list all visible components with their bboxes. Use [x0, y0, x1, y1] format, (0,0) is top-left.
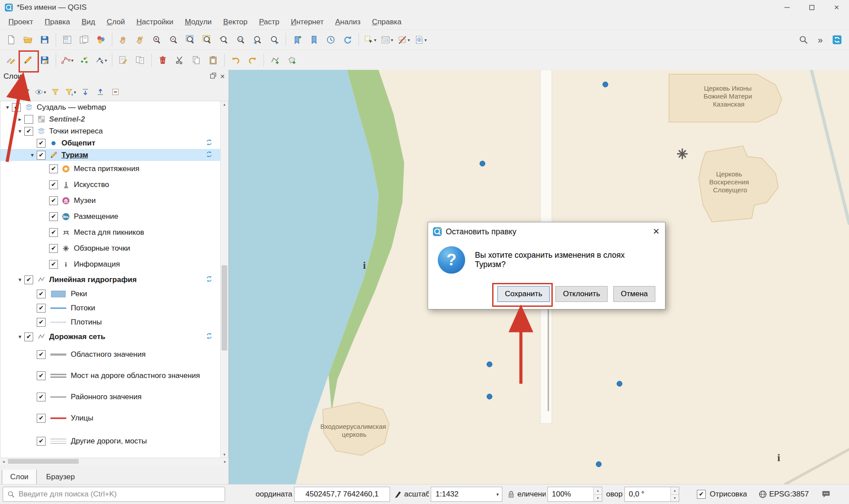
crs-label[interactable]: EPSG:3857: [769, 490, 809, 499]
remove-layer-button[interactable]: [108, 84, 122, 99]
layer-checkbox[interactable]: ✔: [37, 414, 46, 423]
layer-row[interactable]: ✔Обзорные точки: [0, 241, 228, 256]
manage-map-themes-button[interactable]: ▾: [33, 84, 47, 99]
zoom-in-button[interactable]: [149, 31, 165, 48]
scrollbar-thumb[interactable]: [222, 265, 227, 351]
menu-item-7[interactable]: Растр: [253, 16, 285, 28]
layer-checkbox[interactable]: ✔: [12, 103, 21, 112]
spin-up-icon[interactable]: ▴: [671, 487, 679, 494]
pen-icon[interactable]: [394, 490, 402, 499]
expander-icon[interactable]: ▾: [15, 333, 24, 340]
search-button[interactable]: [795, 31, 811, 48]
layer-checkbox[interactable]: ✔: [37, 437, 46, 446]
delete-selected-button[interactable]: [155, 52, 171, 69]
new-print-layout-button[interactable]: [59, 31, 75, 48]
modify-attributes-button[interactable]: [115, 52, 131, 69]
scroll-right-icon[interactable]: ▸: [222, 458, 229, 465]
layer-checkbox[interactable]: ✔: [49, 244, 58, 253]
cancel-button[interactable]: Отмена: [613, 286, 655, 302]
expander-icon[interactable]: ▾: [15, 276, 24, 283]
expander-icon[interactable]: ▾: [15, 128, 24, 134]
layer-checkbox[interactable]: ✔: [49, 164, 58, 173]
layer-row[interactable]: ▾✔Точки интереса: [0, 125, 228, 137]
layer-row[interactable]: ✔Места притяжения: [0, 161, 228, 177]
save-button[interactable]: Сохранить: [497, 286, 550, 302]
select-by-value-button[interactable]: 123▾: [379, 31, 395, 48]
rotation-spinner[interactable]: 0,0 ° ▴▾: [624, 487, 679, 502]
filter-legend-button[interactable]: [48, 84, 62, 99]
layer-checkbox[interactable]: ✔: [24, 332, 33, 341]
paste-features-button[interactable]: [205, 52, 221, 69]
deselect-all-button[interactable]: ▾: [396, 31, 412, 48]
minimize-button[interactable]: [775, 0, 799, 15]
expand-all-button[interactable]: [78, 84, 92, 99]
undo-button[interactable]: [228, 52, 244, 69]
show-bookmarks-button[interactable]: [306, 31, 322, 48]
toolbar-overflow-button[interactable]: »: [812, 31, 828, 48]
layer-checkbox[interactable]: ✔: [37, 318, 46, 327]
filter-by-expression-button[interactable]: ε▾: [63, 84, 77, 99]
coordinate-input[interactable]: 4502457,7 7642460,1: [294, 487, 390, 502]
float-panel-icon[interactable]: [210, 72, 216, 81]
expander-icon[interactable]: ▸: [15, 116, 24, 122]
layer-row[interactable]: ✔Реки: [0, 287, 228, 301]
horizontal-scrollbar[interactable]: ◂ ▸: [0, 458, 229, 465]
zoom-to-selection-button[interactable]: [199, 31, 215, 48]
chevron-down-icon[interactable]: ▾: [493, 492, 502, 497]
save-project-button[interactable]: [37, 31, 53, 48]
zoom-to-layer-button[interactable]: [216, 31, 232, 48]
menu-item-2[interactable]: Вид: [76, 16, 101, 28]
crs-globe-icon[interactable]: [758, 490, 767, 499]
scrollbar-thumb[interactable]: [8, 459, 79, 464]
layer-checkbox[interactable]: [24, 115, 33, 124]
zoom-full-button[interactable]: [183, 31, 199, 48]
tab-layers[interactable]: Слои: [2, 470, 37, 485]
layer-checkbox[interactable]: ✔: [37, 290, 46, 298]
layer-row[interactable]: ✔Мост на дороге областного значения: [0, 365, 228, 386]
layer-checkbox[interactable]: ✔: [37, 151, 46, 160]
select-features-button[interactable]: ▾: [362, 31, 378, 48]
multiedit-attributes-button[interactable]: [132, 52, 148, 69]
identify-features-button[interactable]: i▾: [413, 31, 428, 48]
expander-icon[interactable]: ▾: [3, 104, 12, 111]
digitize-with-segment-button[interactable]: ▾: [59, 52, 75, 69]
open-styling-panel-button[interactable]: [3, 84, 17, 99]
layer-row[interactable]: ✔iИнформация: [0, 256, 228, 272]
layer-row[interactable]: ✔Потоки: [0, 301, 228, 315]
vertical-scrollbar[interactable]: ▴ ▾: [220, 101, 228, 458]
messages-icon[interactable]: [821, 489, 831, 499]
menu-item-5[interactable]: Модули: [179, 16, 218, 28]
layer-row[interactable]: ▾✔Дорожная сеть: [0, 329, 228, 344]
style-manager-button[interactable]: [93, 31, 109, 48]
layer-row[interactable]: ✔Размещение: [0, 209, 228, 225]
layer-row[interactable]: ▾✔Туризм: [0, 149, 228, 161]
current-edits-button[interactable]: [3, 52, 19, 69]
spin-down-icon[interactable]: ▾: [671, 494, 679, 502]
layer-checkbox[interactable]: ✔: [37, 304, 46, 313]
layer-checkbox[interactable]: ✔: [24, 127, 33, 136]
collapse-all-button[interactable]: [93, 84, 107, 99]
toggle-editing-button[interactable]: [20, 52, 36, 69]
layer-checkbox[interactable]: ✔: [49, 212, 58, 221]
menu-item-0[interactable]: Проект: [3, 16, 39, 28]
layer-row[interactable]: ✔Улицы: [0, 408, 228, 429]
menu-item-6[interactable]: Вектор: [218, 16, 253, 28]
scroll-left-icon[interactable]: ◂: [0, 458, 7, 465]
add-ring-button[interactable]: [267, 52, 283, 69]
dialog-title-bar[interactable]: Остановить правку: [428, 222, 665, 241]
zoom-last-button[interactable]: [250, 31, 266, 48]
layer-row[interactable]: ▾✔Суздаль — webmap: [0, 101, 228, 113]
pan-to-selection-button[interactable]: [132, 31, 148, 48]
new-project-button[interactable]: [3, 31, 19, 48]
render-checkbox[interactable]: ✔: [697, 490, 706, 499]
menu-item-3[interactable]: Слой: [101, 16, 130, 28]
layer-row[interactable]: ✔Искусство: [0, 177, 228, 193]
layer-checkbox[interactable]: ✔: [49, 228, 58, 237]
maximize-button[interactable]: [799, 0, 824, 15]
menu-item-1[interactable]: Правка: [39, 16, 76, 28]
expander-icon[interactable]: ▾: [28, 152, 37, 158]
vertex-tool-button[interactable]: ▾: [93, 52, 109, 69]
spin-down-icon[interactable]: ▾: [594, 494, 602, 502]
spin-up-icon[interactable]: ▴: [594, 487, 602, 494]
layer-checkbox[interactable]: ✔: [37, 393, 46, 401]
